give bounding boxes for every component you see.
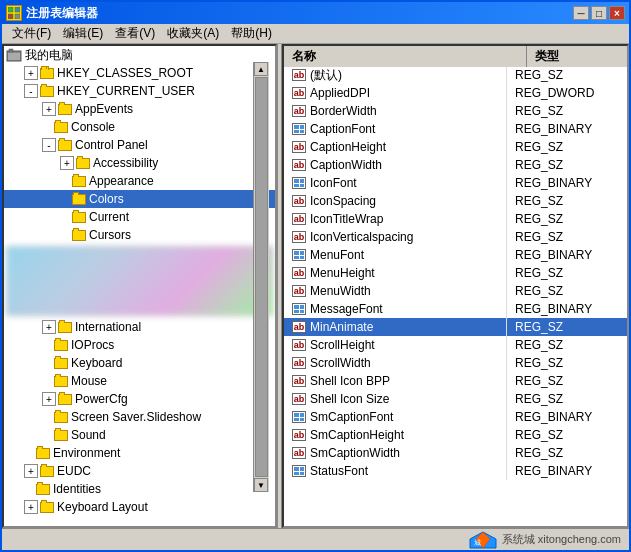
row-type-text: REG_SZ [515, 338, 563, 352]
cell-name: ab IconSpacing [284, 192, 507, 210]
table-row[interactable]: ab MenuWidth REG_SZ [284, 282, 627, 300]
tree-item-cursors[interactable]: Cursors [4, 226, 275, 244]
menu-help[interactable]: 帮助(H) [225, 23, 278, 44]
cell-type: REG_SZ [507, 354, 627, 372]
cell-type: REG_SZ [507, 372, 627, 390]
tree-item-eudc[interactable]: + EUDC [4, 462, 275, 480]
title-bar: 注册表编辑器 ─ □ × [2, 2, 629, 24]
cell-type: REG_SZ [507, 210, 627, 228]
expand-international[interactable]: + [42, 320, 56, 334]
expand-powercfg[interactable]: + [42, 392, 56, 406]
tree-item-keyboard-layout[interactable]: + Keyboard Layout [4, 498, 275, 516]
table-row[interactable]: ab IconTitleWrap REG_SZ [284, 210, 627, 228]
row-type-text: REG_BINARY [515, 176, 592, 190]
table-row[interactable]: ab Shell Icon Size REG_SZ [284, 390, 627, 408]
menu-file[interactable]: 文件(F) [6, 23, 57, 44]
left-scrollbar[interactable]: ▲ ▼ [253, 62, 269, 492]
expand-keyboard-layout[interactable]: + [24, 500, 38, 514]
tree-item-colors[interactable]: Colors [4, 190, 275, 208]
row-name-text: SmCaptionWidth [310, 446, 400, 460]
expand-current-user[interactable]: - [24, 84, 38, 98]
tree-item-current-user[interactable]: - HKEY_CURRENT_USER [4, 82, 275, 100]
tree-item-appearance[interactable]: Appearance [4, 172, 275, 190]
row-type-text: REG_SZ [515, 374, 563, 388]
cell-name: SmCaptionFont [284, 408, 507, 426]
table-row[interactable]: ab (默认) REG_SZ [284, 66, 627, 84]
tree-item-keyboard[interactable]: Keyboard [4, 354, 275, 372]
expand-appevents[interactable]: + [42, 102, 56, 116]
cell-type: REG_SZ [507, 264, 627, 282]
col-header-type[interactable]: 类型 [527, 46, 627, 67]
cell-type: REG_SZ [507, 192, 627, 210]
table-row[interactable]: ab ScrollHeight REG_SZ [284, 336, 627, 354]
tree-item-screensaver[interactable]: Screen Saver.Slideshow [4, 408, 275, 426]
maximize-button[interactable]: □ [591, 6, 607, 20]
tree-label-control-panel: Control Panel [75, 138, 148, 152]
table-row[interactable]: ab IconSpacing REG_SZ [284, 192, 627, 210]
tree-item-powercfg[interactable]: + PowerCfg [4, 390, 275, 408]
table-row[interactable]: ab Shell Icon BPP REG_SZ [284, 372, 627, 390]
tree-item-classes-root[interactable]: + HKEY_CLASSES_ROOT [4, 64, 275, 82]
row-name-text: SmCaptionFont [310, 410, 393, 424]
tree-item-ioprocs[interactable]: IOProcs [4, 336, 275, 354]
row-type-text: REG_SZ [515, 140, 563, 154]
tree-item-environment[interactable]: Environment [4, 444, 275, 462]
tree-item-mouse[interactable]: Mouse [4, 372, 275, 390]
menu-view[interactable]: 查看(V) [109, 23, 161, 44]
table-row[interactable]: ab ScrollWidth REG_SZ [284, 354, 627, 372]
menu-favorites[interactable]: 收藏夹(A) [161, 23, 225, 44]
tree-root[interactable]: 我的电脑 [4, 46, 275, 64]
expand-eudc[interactable]: + [24, 464, 38, 478]
col-header-name[interactable]: 名称 [284, 46, 527, 67]
tree-item-identities[interactable]: Identities [4, 480, 275, 498]
cell-name: ab ScrollWidth [284, 354, 507, 372]
cell-type: REG_SZ [507, 102, 627, 120]
cell-name: ab ScrollHeight [284, 336, 507, 354]
table-row[interactable]: ab SmCaptionWidth REG_SZ [284, 444, 627, 462]
table-row[interactable]: ab IconVerticalspacing REG_SZ [284, 228, 627, 246]
expand-control-panel[interactable]: - [42, 138, 56, 152]
row-name-text: CaptionHeight [310, 140, 386, 154]
watermark-logo-icon: 城 [468, 530, 498, 550]
table-row[interactable]: IconFont REG_BINARY [284, 174, 627, 192]
table-row[interactable]: StatusFont REG_BINARY [284, 462, 627, 480]
row-type-text: REG_BINARY [515, 302, 592, 316]
table-row[interactable]: MessageFont REG_BINARY [284, 300, 627, 318]
close-button[interactable]: × [609, 6, 625, 20]
table-row[interactable]: ab AppliedDPI REG_DWORD [284, 84, 627, 102]
menu-edit[interactable]: 编辑(E) [57, 23, 109, 44]
tree-label-current: Current [89, 210, 129, 224]
cell-name: ab IconVerticalspacing [284, 228, 507, 246]
table-row[interactable]: SmCaptionFont REG_BINARY [284, 408, 627, 426]
tree-item-control-panel[interactable]: - Control Panel [4, 136, 275, 154]
tree-item-sound[interactable]: Sound [4, 426, 275, 444]
ab-icon: ab [292, 87, 306, 99]
row-type-text: REG_SZ [515, 446, 563, 460]
row-name-text: MenuWidth [310, 284, 371, 298]
title-bar-left: 注册表编辑器 [6, 5, 98, 22]
ab-icon: ab [292, 105, 306, 117]
tree-item-current[interactable]: Current [4, 208, 275, 226]
table-row[interactable]: ab MenuHeight REG_SZ [284, 264, 627, 282]
table-row[interactable]: ab SmCaptionHeight REG_SZ [284, 426, 627, 444]
cell-name: ab CaptionWidth [284, 156, 507, 174]
cell-name: ab Shell Icon BPP [284, 372, 507, 390]
expand-accessibility[interactable]: + [60, 156, 74, 170]
table-row[interactable]: ab MinAnimate REG_SZ [284, 318, 627, 336]
table-row[interactable]: ab CaptionHeight REG_SZ [284, 138, 627, 156]
expand-classes-root[interactable]: + [24, 66, 38, 80]
row-name-text: MessageFont [310, 302, 383, 316]
table-row[interactable]: CaptionFont REG_BINARY [284, 120, 627, 138]
tree-item-console[interactable]: Console [4, 118, 275, 136]
table-row[interactable]: ab BorderWidth REG_SZ [284, 102, 627, 120]
tree-label-eudc: EUDC [57, 464, 91, 478]
minimize-button[interactable]: ─ [573, 6, 589, 20]
tree-item-appevents[interactable]: + AppEvents [4, 100, 275, 118]
tree-root-label: 我的电脑 [25, 47, 73, 64]
table-row[interactable]: MenuFont REG_BINARY [284, 246, 627, 264]
tree-item-accessibility[interactable]: + Accessibility [4, 154, 275, 172]
status-bar: 城 系统城 xitongcheng.com [2, 528, 629, 550]
table-row[interactable]: ab CaptionWidth REG_SZ [284, 156, 627, 174]
tree-item-international[interactable]: + International [4, 318, 275, 336]
tree-label-sound: Sound [71, 428, 106, 442]
